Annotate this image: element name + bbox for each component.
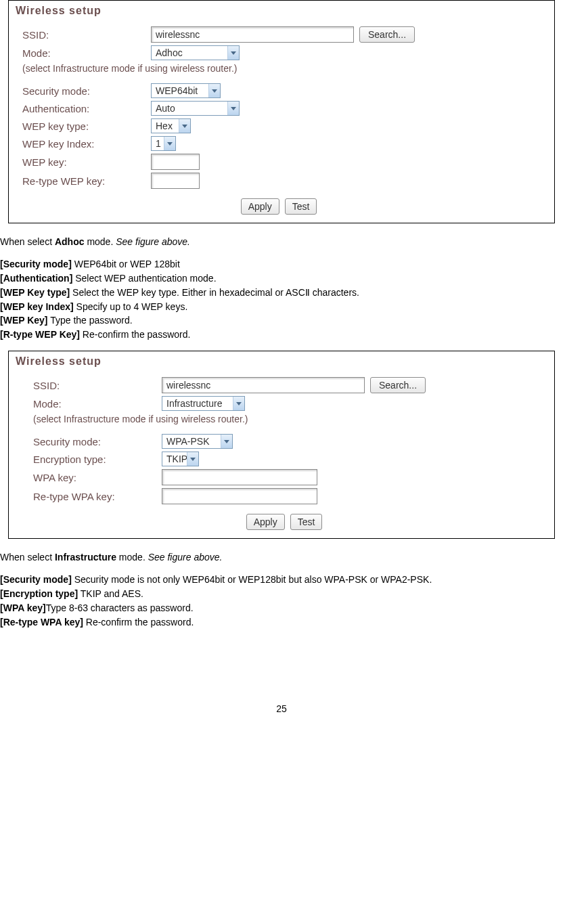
field-desc: Security mode is not only WEP64bit or WE… (72, 574, 432, 585)
retype-wpa-key-input[interactable] (162, 488, 317, 504)
text: mode. (116, 552, 148, 563)
field-desc: TKIP and AES. (78, 588, 143, 599)
text-italic: See figure above. (148, 552, 223, 563)
chevron-down-icon (179, 119, 190, 133)
svg-marker-0 (231, 51, 236, 55)
search-button[interactable]: Search... (359, 26, 415, 43)
mode-value: Adhoc (152, 46, 227, 60)
ssid-input[interactable] (151, 26, 354, 43)
chevron-down-icon (164, 137, 175, 150)
field-desc: WEP64bit or WEP 128bit (72, 259, 180, 269)
mode-select[interactable]: Infrastructure (162, 396, 245, 411)
field-name: [Encryption type] (0, 588, 78, 599)
field-desc: Re-confirm the password. (83, 617, 194, 628)
wep-key-type-select[interactable]: Hex (151, 118, 191, 133)
wep-key-type-value: Hex (152, 119, 179, 133)
field-desc: Re-confirm the password. (80, 329, 190, 340)
svg-marker-4 (167, 142, 173, 146)
svg-marker-7 (190, 458, 196, 461)
wep-key-index-label: WEP key Index: (22, 138, 151, 150)
field-name: [R-type WEP Key] (0, 329, 80, 340)
text-italic: See figure above. (116, 236, 190, 247)
field-desc: Specify up to 4 WEP keys. (74, 301, 188, 312)
field-desc: Select WEP authentication mode. (72, 273, 216, 284)
field-name: [WEP key Index] (0, 301, 74, 312)
security-mode-label: Security mode: (33, 436, 162, 447)
text-bold: Adhoc (55, 236, 85, 247)
wpa-key-label: WPA key: (33, 472, 162, 483)
test-button[interactable]: Test (285, 198, 317, 215)
authentication-value: Auto (152, 102, 227, 115)
chevron-down-icon (227, 46, 239, 60)
apply-button[interactable]: Apply (241, 198, 279, 215)
mode-value: Infrastructure (162, 397, 233, 410)
text: mode. (85, 236, 116, 247)
infrastructure-description-list: [Security mode] Security mode is not onl… (0, 573, 563, 629)
field-desc: Type the password. (48, 315, 133, 326)
page-number: 25 (0, 703, 563, 714)
text: When select (0, 552, 55, 563)
adhoc-intro: When select Adhoc mode. See figure above… (0, 236, 563, 248)
retype-wep-key-input[interactable] (151, 173, 200, 189)
field-name: [Re-type WPA key] (0, 617, 83, 628)
ssid-label: SSID: (22, 29, 151, 41)
security-mode-label: Security mode: (22, 85, 151, 97)
encryption-type-value: TKIP (162, 452, 187, 466)
wep-key-input[interactable] (151, 154, 200, 170)
mode-label: Mode: (22, 47, 151, 59)
ssid-input[interactable] (162, 377, 365, 393)
field-name: [Authentication] (0, 273, 72, 284)
wep-key-label: WEP key: (22, 156, 151, 168)
security-mode-select[interactable]: WPA-PSK (162, 434, 233, 449)
field-name: [WEP Key type] (0, 287, 70, 298)
field-name: [WPA key] (0, 602, 46, 613)
text: When select (0, 236, 55, 247)
search-button[interactable]: Search... (370, 377, 426, 393)
retype-wpa-key-label: Re-type WPA key: (33, 491, 162, 502)
apply-button[interactable]: Apply (246, 514, 285, 530)
ssid-label: SSID: (33, 380, 162, 391)
authentication-select[interactable]: Auto (151, 101, 240, 116)
svg-marker-3 (182, 125, 187, 128)
field-name: [Security mode] (0, 574, 72, 585)
mode-select[interactable]: Adhoc (151, 45, 240, 60)
chevron-down-icon (221, 435, 232, 448)
wireless-setup-figure-1: Wireless setup SSID: Search... Mode: Adh… (8, 0, 555, 223)
wep-key-type-label: WEP key type: (22, 120, 151, 132)
security-mode-value: WEP64bit (152, 84, 208, 97)
wep-key-index-value: 1 (152, 137, 164, 150)
svg-marker-1 (212, 89, 217, 93)
field-desc: Select the WEP key type. Either in hexad… (70, 287, 359, 298)
svg-marker-5 (236, 402, 242, 405)
test-button[interactable]: Test (290, 514, 323, 530)
mode-hint: (select Infrastructure mode if using wir… (22, 63, 549, 74)
retype-wep-key-label: Re-type WEP key: (22, 175, 151, 187)
chevron-down-icon (208, 84, 220, 97)
security-mode-value: WPA-PSK (162, 435, 221, 448)
svg-marker-2 (231, 107, 236, 110)
encryption-type-select[interactable]: TKIP (162, 452, 199, 466)
svg-marker-6 (224, 440, 229, 443)
wep-key-index-select[interactable]: 1 (151, 136, 176, 151)
text-bold: Infrastructure (55, 552, 116, 563)
infrastructure-intro: When select Infrastructure mode. See fig… (0, 551, 563, 564)
field-name: [Security mode] (0, 259, 72, 269)
wpa-key-input[interactable] (162, 469, 317, 485)
adhoc-description-list: [Security mode] WEP64bit or WEP 128bit [… (0, 258, 563, 341)
wireless-setup-figure-2: Wireless setup SSID: Search... Mode: Inf… (8, 351, 555, 539)
encryption-type-label: Encryption type: (33, 454, 162, 465)
chevron-down-icon (227, 102, 239, 115)
field-desc: Type 8-63 characters as password. (46, 602, 194, 613)
security-mode-select[interactable]: WEP64bit (151, 83, 221, 98)
field-name: [WEP Key] (0, 315, 48, 326)
figure-title: Wireless setup (16, 355, 549, 368)
chevron-down-icon (187, 452, 198, 466)
figure-title: Wireless setup (16, 5, 549, 17)
chevron-down-icon (233, 397, 244, 410)
mode-hint: (select Infrastructure mode if using wir… (33, 414, 549, 424)
mode-label: Mode: (33, 398, 162, 410)
authentication-label: Authentication: (22, 103, 151, 114)
